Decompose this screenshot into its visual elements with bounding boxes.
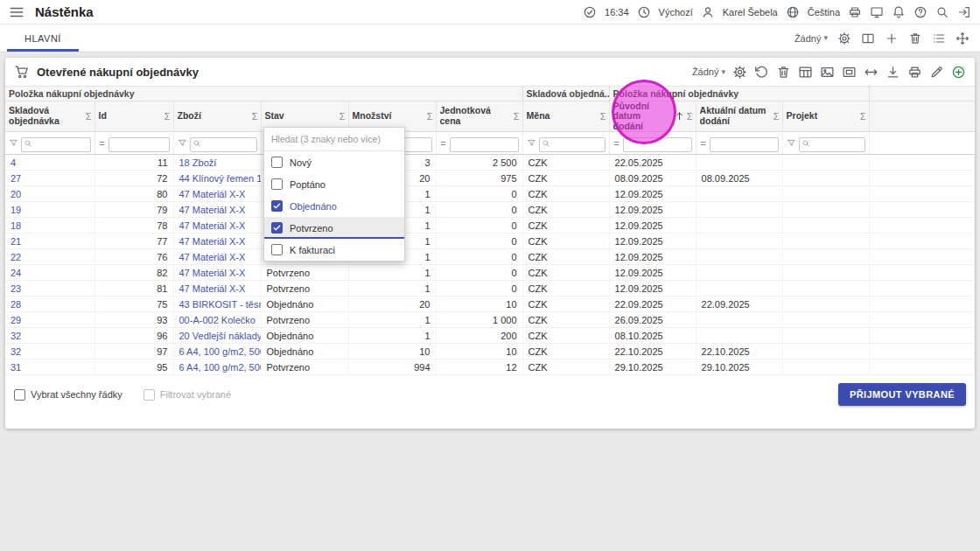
aggregate-icon[interactable]: Σ [860, 111, 866, 122]
record-link[interactable]: 32 [5, 344, 94, 359]
menu-icon[interactable] [9, 4, 24, 20]
checkbox[interactable] [271, 244, 283, 255]
notifications-icon[interactable] [892, 5, 906, 19]
table-row[interactable]: 31956 A4, 100 g/m2, 500 lis...Potvrzeno9… [5, 359, 975, 375]
table-row[interactable]: 187847 Materiál X-X10CZK12.09.2025 [5, 218, 975, 234]
accept-selected-button[interactable]: PŘIJMOUT VYBRANÉ [838, 383, 966, 406]
equals-operator-icon[interactable]: = [440, 138, 447, 149]
edit-icon[interactable] [929, 65, 944, 80]
record-link[interactable]: 20 Vedlejší náklady poř... [173, 328, 261, 344]
logout-icon[interactable] [957, 5, 971, 19]
dropdown-option[interactable]: Potvrzeno [264, 217, 404, 239]
checkbox[interactable] [271, 178, 283, 190]
aggregate-icon[interactable]: Σ [164, 111, 171, 122]
table-row[interactable]: 287543 BIRKOSIT - těsnící t...Objednáno2… [5, 296, 975, 312]
record-link[interactable]: 47 Materiál X-X [173, 249, 261, 265]
language-icon[interactable] [786, 5, 800, 19]
help-icon[interactable] [914, 5, 928, 19]
record-link[interactable]: 31 [5, 359, 94, 375]
language-label[interactable]: Čeština [808, 7, 840, 17]
filter-icon[interactable] [787, 138, 796, 148]
table-row[interactable]: 238147 Materiál X-XPotvrzeno10CZK12.09.2… [5, 281, 975, 296]
equals-operator-icon[interactable]: = [700, 138, 707, 149]
aggregate-icon[interactable]: Σ [252, 111, 258, 122]
dropdown-search-input[interactable] [271, 134, 397, 144]
record-link[interactable]: 47 Materiál X-X [173, 265, 261, 281]
record-link[interactable]: 21 [5, 234, 94, 249]
column-header[interactable]: Aktuální datum dodáníΣ [696, 101, 782, 132]
aggregate-icon[interactable]: Σ [687, 111, 693, 122]
column-header[interactable]: Skladová objednávkaΣ [5, 101, 94, 132]
column-header[interactable]: Původní datum dodáníΣ [609, 101, 696, 132]
clock-icon[interactable] [637, 5, 651, 19]
aggregate-icon[interactable]: Σ [86, 111, 92, 122]
record-link[interactable]: 24 [5, 265, 94, 281]
table-row[interactable]: 329620 Vedlejší náklady poř...Objednáno1… [5, 328, 975, 344]
record-link[interactable]: 4 [5, 155, 94, 171]
record-link[interactable]: 43 BIRKOSIT - těsnící t... [173, 296, 261, 312]
record-link[interactable]: 47 Materiál X-X [173, 281, 261, 296]
gear-icon[interactable] [732, 65, 747, 80]
image-icon[interactable] [820, 65, 835, 80]
undo-icon[interactable] [754, 65, 769, 80]
table-row[interactable]: 208047 Materiál X-X10CZK12.09.2025 [5, 186, 975, 202]
add-widget-icon[interactable] [885, 31, 899, 45]
table-row[interactable]: 248247 Materiál X-XPotvrzeno10CZK12.09.2… [5, 265, 975, 281]
column-header[interactable]: ProjektΣ [782, 101, 869, 132]
checkbox[interactable] [271, 200, 283, 212]
record-link[interactable]: 47 Materiál X-X [173, 218, 261, 234]
dropdown-option[interactable]: Poptáno [264, 173, 404, 195]
aggregate-icon[interactable]: Σ [774, 111, 780, 122]
record-link[interactable]: 47 Materiál X-X [173, 186, 261, 202]
filter-input[interactable] [108, 137, 170, 152]
select-all-checkbox[interactable] [14, 389, 25, 401]
record-link[interactable]: 22 [5, 249, 94, 265]
record-link[interactable]: 23 [5, 281, 94, 296]
column-header[interactable]: IdΣ [94, 101, 173, 132]
user-name[interactable]: Karel Šebela [723, 7, 778, 17]
record-link[interactable]: 6 A4, 100 g/m2, 500 lis... [173, 359, 261, 375]
sort-asc-icon[interactable] [674, 110, 685, 122]
trash-icon[interactable] [908, 31, 922, 45]
record-link[interactable]: 28 [5, 296, 94, 312]
equals-operator-icon[interactable]: = [99, 138, 106, 149]
table-row[interactable]: 227647 Materiál X-X10CZK12.09.2025 [5, 249, 975, 265]
equals-operator-icon[interactable]: = [613, 138, 620, 149]
record-link[interactable]: 27 [5, 171, 94, 186]
tab-hlavni[interactable]: HLAVNÍ [0, 24, 86, 52]
record-link[interactable]: 18 Zboží [173, 155, 261, 171]
record-link[interactable]: 18 [5, 218, 94, 234]
record-link[interactable]: 29 [5, 312, 94, 328]
user-icon[interactable] [701, 5, 715, 19]
print-icon[interactable] [907, 65, 922, 80]
dashboard-view-selector[interactable]: Žádný ▾ [794, 33, 828, 44]
table-row[interactable]: 299300-A-002 KolečkoPotvrzeno11 000CZK26… [5, 312, 975, 328]
checkbox[interactable] [271, 222, 283, 234]
search-icon[interactable] [935, 5, 949, 19]
print-icon[interactable] [848, 5, 862, 19]
record-link[interactable]: 20 [5, 186, 94, 202]
checkbox[interactable] [271, 157, 283, 168]
aggregate-icon[interactable]: Σ [340, 111, 346, 122]
record-link[interactable]: 6 A4, 100 g/m2, 500 lis... [173, 344, 261, 359]
filter-icon[interactable] [527, 138, 536, 148]
column-header[interactable]: Jednotková cenaΣ [436, 101, 522, 132]
table-row[interactable]: 277244 Klínový řemen 17x1...20975CZK08.0… [5, 171, 975, 186]
column-header[interactable]: ZbožíΣ [173, 101, 261, 132]
aggregate-icon[interactable]: Σ [514, 111, 520, 122]
move-icon[interactable] [956, 31, 970, 45]
record-link[interactable]: 32 [5, 328, 94, 344]
table-row[interactable]: 32976 A4, 100 g/m2, 500 lis...Objednáno1… [5, 344, 975, 359]
filter-icon[interactable] [178, 138, 187, 148]
table-row[interactable]: 197947 Materiál X-X10CZK12.09.2025 [5, 202, 975, 218]
dropdown-option[interactable]: K fakturaci [264, 239, 404, 261]
split-view-icon[interactable] [861, 31, 875, 45]
aggregate-icon[interactable]: Σ [600, 111, 606, 122]
display-icon[interactable] [870, 5, 884, 19]
swap-horizontal-icon[interactable] [864, 65, 878, 80]
dropdown-option[interactable]: Objednáno [264, 195, 404, 217]
panel-view-selector[interactable]: Žádný ▾ [692, 66, 725, 77]
trash-icon[interactable] [776, 65, 791, 80]
download-icon[interactable] [886, 65, 900, 80]
profile-label[interactable]: Výchozí [659, 7, 693, 17]
